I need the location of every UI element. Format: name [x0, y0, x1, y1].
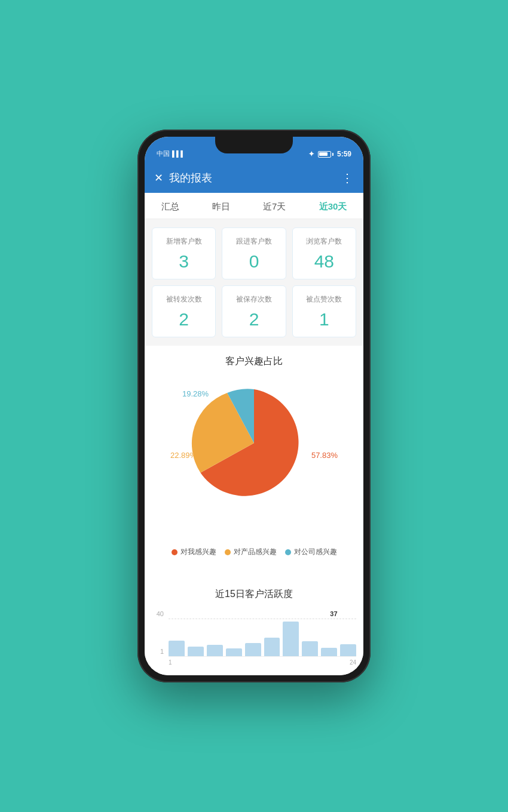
stat-label-4: 被保存次数: [236, 294, 272, 304]
y-label-bottom: 1: [152, 648, 164, 655]
legend-dot-2: [285, 549, 291, 555]
stat-label-3: 被转发次数: [166, 294, 202, 304]
phone-frame: 中国 ▌▌▌ ✦ 5:59 ✕ 我的报表 ⋮: [137, 130, 371, 682]
notch: [215, 137, 293, 153]
x-label-1: 1: [169, 659, 172, 666]
bars-area: 37: [169, 610, 356, 666]
stats-grid: 新增客户数 3 跟进客户数 0 浏览客户数 48 被转发次数 2 被保存次数 2…: [145, 219, 363, 346]
bar-2: [188, 647, 204, 656]
bars-container: [169, 619, 356, 657]
tab-yesterday[interactable]: 昨日: [206, 201, 236, 213]
pie-chart-container: 19.28% 22.89% 57.83%: [176, 377, 332, 533]
x-label-24: 24: [350, 659, 356, 666]
top-label-37: 37: [330, 610, 337, 617]
stat-value-3: 2: [179, 309, 189, 330]
stat-value-1: 0: [249, 251, 259, 272]
tab-summary[interactable]: 汇总: [155, 201, 185, 213]
bar-8: [302, 641, 318, 656]
header-left: ✕ 我的报表: [154, 171, 212, 185]
tabs-container: 汇总 昨日 近7天 近30天: [145, 193, 363, 219]
close-button[interactable]: ✕: [154, 171, 163, 184]
legend-dot-0: [172, 549, 178, 555]
bar-10: [340, 644, 356, 656]
chart-section: 客户兴趣占比 19.28% 22.89% 57.83%: [145, 346, 363, 574]
x-axis-labels: 1 24: [169, 659, 356, 666]
legend-label-2: 对公司感兴趣: [294, 547, 337, 557]
activity-chart-area: 40 1 37: [152, 610, 356, 666]
bar-9: [321, 648, 337, 656]
app-header: ✕ 我的报表 ⋮: [145, 163, 363, 193]
bar-4: [226, 648, 242, 656]
status-bar-left: 中国 ▌▌▌: [157, 149, 185, 158]
legend-label-1: 对产品感兴趣: [234, 547, 277, 557]
stat-label-0: 新增客户数: [166, 236, 202, 247]
bar-3: [207, 645, 223, 656]
legend-label-0: 对我感兴趣: [180, 547, 216, 557]
bar-6: [264, 638, 280, 657]
pie-chart-title: 客户兴趣占比: [151, 355, 357, 368]
y-label-top: 40: [152, 610, 164, 617]
tab-30days[interactable]: 近30天: [313, 201, 353, 213]
bar-1: [169, 641, 185, 656]
signal-bars: ▌▌▌: [172, 150, 185, 157]
stat-label-5: 被点赞次数: [306, 294, 342, 304]
stat-value-4: 2: [249, 309, 259, 330]
bar-7: [283, 622, 299, 656]
stat-label-1: 跟进客户数: [236, 236, 272, 247]
carrier-text: 中国: [157, 149, 170, 158]
battery-icon: [318, 151, 333, 158]
legend-dot-1: [225, 549, 231, 555]
legend-item-0: 对我感兴趣: [172, 547, 216, 557]
tab-7days[interactable]: 近7天: [257, 201, 292, 213]
activity-title: 近15日客户活跃度: [152, 588, 356, 601]
phone-screen: 中国 ▌▌▌ ✦ 5:59 ✕ 我的报表 ⋮: [145, 137, 363, 675]
stat-card-new-customers: 新增客户数 3: [152, 227, 216, 279]
pie-label-red: 57.83%: [311, 451, 338, 460]
stat-card-followup: 跟进客户数 0: [222, 227, 286, 279]
activity-section: 近15日客户活跃度 40 1 37: [145, 579, 363, 675]
stat-card-save: 被保存次数 2: [222, 285, 286, 337]
stat-value-5: 1: [319, 309, 329, 330]
y-axis: 40 1: [152, 610, 164, 666]
stat-card-like: 被点赞次数 1: [292, 285, 356, 337]
top-value-labels: 37: [169, 610, 356, 617]
bar-5: [245, 643, 261, 656]
bluetooth-icon: ✦: [308, 150, 314, 158]
status-bar-right: ✦ 5:59: [308, 150, 351, 158]
legend-item-1: 对产品感兴趣: [225, 547, 277, 557]
more-button[interactable]: ⋮: [341, 171, 354, 185]
stat-label-2: 浏览客户数: [306, 236, 342, 247]
page-title: 我的报表: [169, 171, 212, 185]
stat-card-forward: 被转发次数 2: [152, 285, 216, 337]
legend-item-2: 对公司感兴趣: [285, 547, 337, 557]
stat-value-2: 48: [314, 251, 334, 272]
stat-card-browse: 浏览客户数 48: [292, 227, 356, 279]
time-display: 5:59: [337, 150, 351, 158]
pie-label-teal: 19.28%: [182, 389, 209, 398]
stat-value-0: 3: [179, 251, 189, 272]
pie-label-orange: 22.89%: [170, 451, 197, 460]
grid-line-top: [169, 619, 356, 619]
chart-legend: 对我感兴趣 对产品感兴趣 对公司感兴趣: [151, 542, 357, 562]
